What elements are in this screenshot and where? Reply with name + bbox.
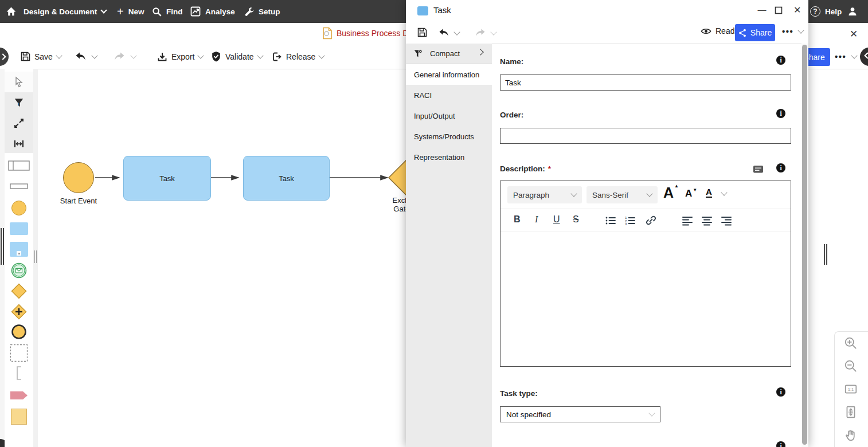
order-input[interactable] bbox=[500, 128, 791, 144]
chevron-down-icon bbox=[319, 52, 325, 58]
tool-spacing[interactable] bbox=[5, 134, 33, 154]
scrollbar-thumb[interactable] bbox=[802, 45, 807, 445]
dialog-nav-general-information[interactable]: General information bbox=[406, 64, 492, 85]
paragraph-select[interactable]: Paragraph bbox=[507, 186, 582, 203]
menu-design-document[interactable]: Design & Document bbox=[24, 0, 106, 23]
task-type-info-icon[interactable]: i bbox=[776, 387, 785, 397]
tool-filter[interactable] bbox=[5, 92, 33, 113]
menu-find[interactable]: Find bbox=[152, 0, 183, 23]
italic-button[interactable]: I bbox=[535, 214, 538, 225]
shape-exclusive-gateway[interactable] bbox=[5, 281, 33, 301]
menu-new[interactable]: + New bbox=[117, 0, 144, 23]
compact-view-button[interactable]: Compact bbox=[406, 44, 492, 64]
name-input[interactable] bbox=[500, 74, 791, 91]
panel-close-button[interactable]: ✕ bbox=[850, 28, 858, 40]
increase-font-button[interactable]: A▲ bbox=[663, 183, 679, 201]
shape-end-event[interactable] bbox=[5, 321, 33, 342]
right-splitter-handle[interactable] bbox=[824, 244, 828, 265]
align-center-button[interactable] bbox=[701, 215, 713, 228]
task-node[interactable]: Task bbox=[243, 156, 330, 201]
shape-data-tag[interactable] bbox=[5, 385, 33, 406]
underline-button[interactable]: U bbox=[553, 214, 560, 225]
shape-message-event[interactable] bbox=[5, 260, 33, 281]
description-notes-button[interactable] bbox=[752, 163, 764, 177]
document-tab[interactable]: Business Process Dia bbox=[322, 27, 415, 40]
left-splitter[interactable] bbox=[0, 69, 5, 447]
actual-size-button[interactable]: 1:1 bbox=[844, 382, 858, 398]
plus-icon: + bbox=[117, 7, 124, 15]
zoom-in-button[interactable] bbox=[844, 336, 858, 352]
menu-analyse[interactable]: Analyse bbox=[190, 0, 235, 23]
panel-more-button[interactable]: ••• bbox=[835, 45, 857, 68]
user-button[interactable] bbox=[847, 0, 858, 23]
dialog-title-bar[interactable]: Task ― ✕ bbox=[406, 0, 808, 22]
fit-page-icon bbox=[844, 405, 858, 419]
shape-palette bbox=[5, 69, 33, 447]
task-type-label: Task type: bbox=[500, 389, 538, 398]
dialog-undo-button[interactable] bbox=[438, 28, 459, 38]
release-button[interactable]: Release bbox=[272, 45, 324, 68]
minimize-button[interactable]: ― bbox=[756, 5, 768, 14]
dialog-nav-representation[interactable]: Representation bbox=[406, 147, 492, 167]
bold-button[interactable]: B bbox=[514, 214, 521, 225]
shape-start-event[interactable] bbox=[5, 198, 33, 218]
dialog-close-button[interactable]: ✕ bbox=[793, 5, 801, 15]
font-color-button[interactable]: A bbox=[706, 187, 712, 198]
export-button[interactable]: Export bbox=[157, 45, 203, 68]
dialog-nav-systems-products[interactable]: Systems/Products bbox=[406, 126, 492, 147]
name-info-icon[interactable]: i bbox=[776, 56, 785, 65]
dialog-toolbar: Read Share ••• bbox=[406, 22, 808, 44]
start-event-node[interactable] bbox=[63, 162, 94, 193]
shape-subprocess[interactable] bbox=[5, 239, 33, 260]
font-family-select[interactable]: Sans-Serif bbox=[587, 186, 658, 203]
strikethrough-button[interactable]: S bbox=[573, 214, 579, 225]
collapse-panel-toggle[interactable] bbox=[860, 48, 868, 66]
dialog-save-button[interactable] bbox=[417, 28, 427, 40]
decrease-font-button[interactable]: A▼ bbox=[685, 187, 697, 199]
shape-note[interactable] bbox=[5, 406, 33, 427]
chevron-down-icon[interactable] bbox=[721, 189, 727, 195]
home-icon bbox=[6, 6, 17, 17]
shape-group[interactable] bbox=[5, 343, 33, 363]
fit-to-page-button[interactable] bbox=[844, 405, 858, 421]
shape-lane[interactable] bbox=[5, 176, 33, 197]
share-button[interactable]: Share bbox=[735, 24, 775, 41]
minimize-icon: ― bbox=[758, 5, 767, 14]
shape-task[interactable] bbox=[5, 218, 33, 239]
task-node[interactable]: Task bbox=[123, 156, 211, 201]
palette-splitter[interactable] bbox=[33, 69, 38, 447]
link-button[interactable] bbox=[645, 214, 657, 229]
numbered-list-button[interactable]: 123 bbox=[624, 215, 636, 228]
description-info-icon[interactable]: i bbox=[776, 163, 785, 172]
bullet-list-button[interactable] bbox=[605, 215, 616, 228]
start-event-icon bbox=[11, 201, 26, 215]
zoom-out-button[interactable] bbox=[844, 359, 858, 375]
align-left-button[interactable] bbox=[682, 215, 693, 228]
shape-pool[interactable] bbox=[5, 155, 33, 176]
next-field-info-icon[interactable]: i bbox=[776, 441, 785, 447]
task-type-select[interactable]: Not specified bbox=[500, 406, 660, 422]
dialog-nav-raci[interactable]: RACI bbox=[406, 85, 492, 105]
description-text-area[interactable] bbox=[501, 232, 791, 366]
maximize-button[interactable] bbox=[775, 6, 783, 17]
dialog-nav-input-output[interactable]: Input/Output bbox=[406, 105, 492, 126]
save-button[interactable]: Save bbox=[21, 45, 61, 68]
undo-button[interactable] bbox=[75, 45, 97, 68]
validate-button[interactable]: Validate bbox=[211, 45, 263, 68]
dialog-redo-button[interactable] bbox=[475, 28, 496, 38]
tool-pointer[interactable] bbox=[5, 72, 33, 92]
dialog-more-button[interactable]: ••• bbox=[782, 26, 803, 36]
order-info-icon[interactable]: i bbox=[776, 109, 785, 118]
home-button[interactable] bbox=[6, 0, 17, 23]
help-button[interactable]: ? Help bbox=[810, 0, 842, 23]
menu-setup[interactable]: Setup bbox=[245, 0, 280, 23]
read-mode-button[interactable]: Read bbox=[701, 26, 734, 36]
expand-panel-toggle[interactable] bbox=[0, 48, 9, 66]
pan-button[interactable] bbox=[844, 428, 858, 444]
tool-resize[interactable] bbox=[5, 113, 33, 134]
shape-parallel-gateway[interactable] bbox=[5, 301, 33, 322]
dialog-scrollbar[interactable] bbox=[801, 44, 808, 447]
align-right-button[interactable] bbox=[721, 215, 732, 228]
shape-annotation[interactable] bbox=[5, 363, 33, 383]
redo-button[interactable] bbox=[114, 45, 136, 68]
